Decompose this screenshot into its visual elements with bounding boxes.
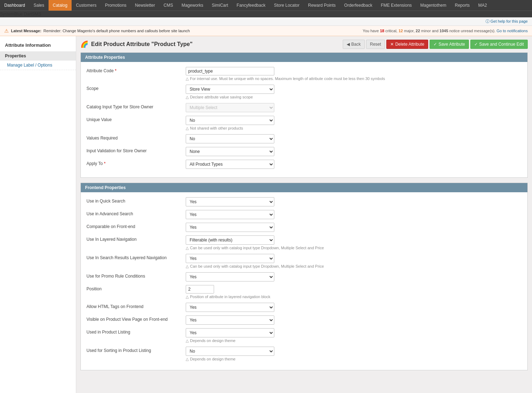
field-promo-rule: Use for Promo Rule Conditions Yes No	[86, 272, 522, 281]
select-sorting-listing[interactable]: No Yes	[186, 347, 274, 356]
label-input-validation: Input Validation for Store Owner	[86, 147, 186, 153]
select-product-view[interactable]: Yes No	[186, 315, 274, 325]
select-layered-nav[interactable]: Filterable (with results) Filterable (no…	[186, 235, 274, 245]
hint-search-results-layered: △ Can be used only with catalog input ty…	[186, 264, 522, 269]
required-star-apply: *	[104, 161, 106, 166]
sidebar-item-manage-label[interactable]: Manage Label / Options	[0, 61, 76, 70]
field-product-listing: Used in Product Listing Yes No △ Depends…	[86, 328, 522, 343]
required-star-code: *	[115, 68, 117, 73]
select-values-required[interactable]: No Yes	[186, 134, 274, 143]
back-button[interactable]: ◀ Back	[343, 40, 365, 49]
hint-icon-scope: △	[186, 95, 189, 99]
save-icon: ✓	[433, 42, 437, 47]
select-scope[interactable]: Store View Website Global	[186, 85, 274, 94]
nav-blue-dart[interactable]: Blue Dart	[14, 12, 32, 17]
select-unique-value[interactable]: No Yes	[186, 116, 274, 125]
nav-store-locator[interactable]: Store Locator	[270, 0, 304, 11]
nav-customers[interactable]: Customers	[72, 0, 101, 11]
select-apply-to[interactable]: All Product Types Selected Product Types	[186, 160, 274, 169]
nav-orderfeedback[interactable]: Orderfeedback	[340, 0, 376, 11]
save-continue-button[interactable]: ✓ Save and Continue Edit	[470, 40, 528, 49]
save-continue-label: Save and Continue Edit	[479, 42, 524, 47]
field-unique-value: Unique Value No Yes △ Not shared with ot…	[86, 116, 522, 131]
hint-layered-nav: △ Can be used only with catalog input ty…	[186, 246, 522, 250]
control-sorting-listing: No Yes △ Depends on design theme	[186, 347, 522, 361]
nav-promotions[interactable]: Promotions	[101, 0, 131, 11]
control-product-listing: Yes No △ Depends on design theme	[186, 328, 522, 343]
sidebar-section-properties: Properties Manage Label / Options	[0, 50, 76, 72]
minor-count: 22	[416, 29, 420, 33]
select-product-listing[interactable]: Yes No	[186, 328, 274, 337]
frontend-properties-panel: Frontend Properties Use in Quick Search …	[80, 183, 528, 370]
nav-simicart[interactable]: SimiCart	[208, 0, 233, 11]
select-comparable[interactable]: Yes No	[186, 223, 274, 232]
go-to-notifications-link[interactable]: Go to notifications	[497, 29, 528, 33]
nav-cms[interactable]: CMS	[159, 0, 178, 11]
control-promo-rule: Yes No	[186, 272, 522, 281]
nav-sms[interactable]: SMS	[32, 12, 41, 17]
label-quick-search: Use in Quick Search	[86, 197, 186, 204]
field-sorting-listing: Used for Sorting in Product Listing No Y…	[86, 347, 522, 361]
rainbow-icon: 🌈	[80, 40, 88, 48]
control-product-view: Yes No	[186, 315, 522, 325]
field-quick-search: Use in Quick Search Yes No	[86, 197, 522, 206]
nav-mageworks[interactable]: Mageworks	[177, 0, 207, 11]
hint-text-layered: Can be used only with catalog input type…	[190, 246, 324, 250]
nav-reports[interactable]: Reports	[450, 0, 474, 11]
field-search-results-layered: Use In Search Results Layered Navigation…	[86, 254, 522, 269]
select-html-tags[interactable]: Yes No	[186, 303, 274, 312]
nav-magentothem[interactable]: Magentothem	[416, 0, 450, 11]
field-position: Position △ Position of attribute in laye…	[86, 285, 522, 299]
control-html-tags: Yes No	[186, 303, 522, 312]
select-search-results-layered[interactable]: Yes No	[186, 254, 274, 263]
notice-count: 1045	[439, 29, 448, 33]
field-input-validation: Input Validation for Store Owner None Al…	[86, 147, 522, 156]
hint-unique-value: △ Not shared with other products	[186, 126, 522, 131]
nav-dashboard[interactable]: Dashboard	[0, 0, 29, 11]
field-scope: Scope Store View Website Global △ Declar…	[86, 85, 522, 99]
select-promo-rule[interactable]: Yes No	[186, 272, 274, 281]
field-html-tags: Allow HTML Tags on Frontend Yes No	[86, 303, 522, 312]
hint-text-code: For internal use. Must be unique with no…	[190, 76, 385, 81]
input-position[interactable]	[186, 285, 214, 294]
nav-fme-extensions[interactable]: FME Extensions	[376, 0, 416, 11]
notifications-prefix: You have	[363, 29, 380, 33]
help-link[interactable]: ⓘ Get help for this page	[486, 19, 528, 23]
nav-reward-points[interactable]: Reward Points	[304, 0, 340, 11]
nav-fancyfeedback[interactable]: Fancyfeedback	[233, 0, 270, 11]
label-promo-rule: Use for Promo Rule Conditions	[86, 272, 186, 279]
nav-sales[interactable]: Sales	[29, 0, 49, 11]
delete-attribute-button[interactable]: ✕ Delete Attribute	[386, 40, 428, 49]
attribute-properties-header: Attribute Properties	[81, 53, 527, 62]
control-unique-value: No Yes △ Not shared with other products	[186, 116, 522, 131]
top-nav-row1: Dashboard Sales Catalog Customers Promot…	[0, 0, 532, 11]
help-bar: ⓘ Get help for this page	[0, 17, 532, 26]
major-label: major,	[404, 29, 416, 33]
nav-catalog[interactable]: Catalog	[49, 0, 72, 11]
nav-ma2[interactable]: MA2	[474, 0, 491, 11]
major-count: 12	[398, 29, 403, 33]
reset-button[interactable]: Reset	[366, 40, 385, 49]
control-values-required: No Yes	[186, 134, 522, 143]
critical-label: critical,	[385, 29, 398, 33]
nav-system[interactable]: System	[0, 12, 14, 17]
label-attribute-code: Attribute Code *	[86, 67, 186, 73]
control-catalog-input-type: Multiple Select	[186, 103, 522, 112]
help-icon: ⓘ	[486, 19, 489, 23]
hint-icon-listing: △	[186, 338, 189, 343]
label-product-view: Visible on Product View Page on Front-en…	[86, 315, 186, 322]
select-quick-search[interactable]: Yes No	[186, 197, 274, 206]
hint-text-unique: Not shared with other products	[190, 126, 243, 130]
nav-newsletter[interactable]: Newsletter	[131, 0, 159, 11]
input-attribute-code[interactable]	[186, 67, 274, 75]
save-attribute-button[interactable]: ✓ Save Attribute	[430, 40, 469, 49]
label-advanced-search: Use in Advanced Search	[86, 210, 186, 216]
label-catalog-input-type: Catalog Input Type for Store Owner	[86, 103, 186, 109]
message-bar: ⚠ Latest Message: Reminder: Change Magen…	[0, 26, 532, 36]
control-apply-to: All Product Types Selected Product Types	[186, 160, 522, 169]
select-catalog-input-type[interactable]: Multiple Select	[186, 103, 274, 112]
select-input-validation[interactable]: None Alphanumeric Numeric Only	[186, 147, 274, 156]
frontend-properties-header: Frontend Properties	[81, 183, 527, 192]
label-sorting-listing: Used for Sorting in Product Listing	[86, 347, 186, 353]
select-advanced-search[interactable]: Yes No	[186, 210, 274, 219]
